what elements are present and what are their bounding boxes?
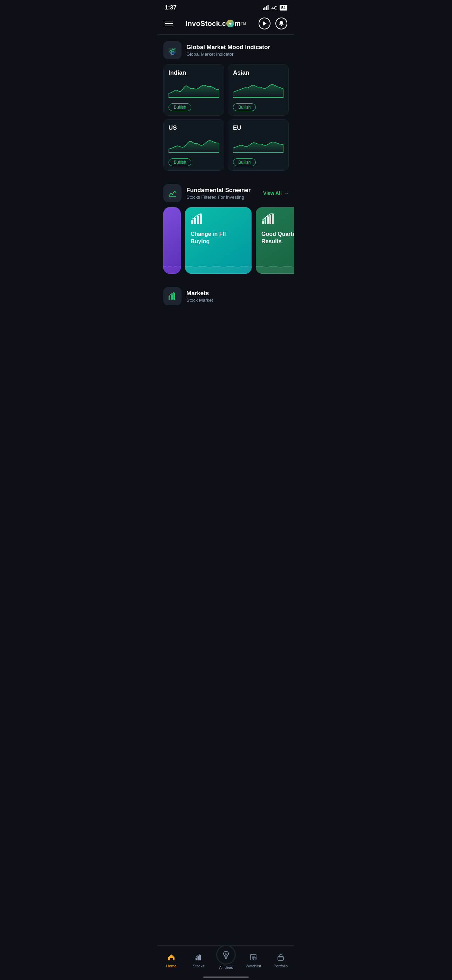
mood-chart-us bbox=[169, 134, 219, 154]
svg-rect-18 bbox=[272, 213, 274, 224]
market-mood-title: Global Market Mood Indicator bbox=[186, 44, 270, 51]
brand-name-suffix: m bbox=[234, 20, 241, 28]
screener-card-fii[interactable]: Change in FII Buying bbox=[185, 207, 251, 274]
view-all-button[interactable]: View All → bbox=[263, 190, 289, 196]
markets-title: Markets bbox=[186, 290, 213, 297]
status-time: 1:37 bbox=[165, 4, 177, 11]
screener-card-quarter-title: Good Quarter Results bbox=[261, 231, 294, 245]
status-bar: 1:37 4G 54 bbox=[158, 0, 294, 14]
svg-rect-12 bbox=[197, 216, 199, 224]
markets-icon bbox=[163, 287, 181, 305]
screener-card-quarter[interactable]: Good Quarter Results bbox=[256, 207, 294, 274]
wave-purple-left bbox=[163, 260, 181, 274]
mood-card-indian[interactable]: Indian Bullish bbox=[163, 64, 224, 116]
screener-header: Fundamental Screener Stocks Filtered For… bbox=[163, 178, 289, 207]
mood-chart-eu bbox=[233, 134, 283, 154]
status-icons: 4G 54 bbox=[263, 5, 287, 11]
play-icon bbox=[262, 21, 267, 26]
screener-card-fii-title: Change in FII Buying bbox=[191, 231, 246, 245]
network-label: 4G bbox=[271, 5, 277, 11]
mood-card-label-asian: Asian bbox=[233, 69, 283, 76]
bell-button[interactable] bbox=[275, 18, 287, 29]
svg-rect-11 bbox=[194, 218, 196, 224]
brand-logo: InvoStock.c m TM bbox=[186, 20, 246, 28]
screener-card-quarter-icon bbox=[261, 213, 294, 227]
menu-button[interactable] bbox=[165, 21, 173, 26]
brand-name-prefix: InvoStock.c bbox=[186, 20, 226, 28]
bell-icon bbox=[279, 21, 284, 26]
markets-section: Markets Stock Market bbox=[163, 281, 289, 310]
mood-card-label-eu: EU bbox=[233, 124, 283, 131]
markets-header: Markets Stock Market bbox=[163, 281, 289, 310]
mood-badge-eu: Bullish bbox=[233, 158, 256, 166]
markets-chart-icon bbox=[167, 291, 177, 301]
svg-rect-15 bbox=[264, 218, 266, 224]
svg-rect-2 bbox=[266, 6, 267, 10]
mood-grid: Indian Bullish Asian bbox=[163, 64, 289, 171]
svg-rect-21 bbox=[173, 293, 175, 300]
svg-rect-0 bbox=[263, 8, 264, 10]
screener-scroll[interactable]: Change in FII Buying bbox=[158, 207, 294, 275]
svg-rect-20 bbox=[171, 294, 173, 300]
svg-rect-10 bbox=[191, 220, 193, 224]
screener-icon bbox=[163, 184, 181, 202]
screener-title: Fundamental Screener bbox=[186, 187, 250, 194]
markets-text: Markets Stock Market bbox=[186, 290, 213, 303]
mood-card-label-us: US bbox=[169, 124, 219, 131]
screener-card-fii-icon bbox=[191, 213, 246, 227]
signal-icon bbox=[263, 5, 269, 10]
main-content: Global Market Mood Indicator Global Mark… bbox=[158, 35, 294, 342]
quarter-wave-chart bbox=[256, 258, 294, 274]
market-mood-text: Global Market Mood Indicator Global Mark… bbox=[186, 44, 270, 57]
markets-subtitle: Stock Market bbox=[186, 298, 213, 303]
svg-rect-14 bbox=[262, 221, 264, 224]
screener-cards: Change in FII Buying bbox=[163, 207, 289, 275]
screener-subtitle: Stocks Filtered For Investing bbox=[186, 194, 250, 200]
mood-chart-asian bbox=[233, 79, 283, 99]
market-mood-icon bbox=[163, 41, 181, 59]
mood-badge-indian: Bullish bbox=[169, 103, 191, 111]
mood-badge-us: Bullish bbox=[169, 158, 191, 166]
mood-card-label-indian: Indian bbox=[169, 69, 219, 76]
mood-badge-asian: Bullish bbox=[233, 103, 256, 111]
svg-rect-3 bbox=[268, 5, 269, 10]
svg-rect-13 bbox=[200, 214, 202, 224]
mood-card-eu[interactable]: EU Bullish bbox=[228, 119, 289, 171]
screener-section: Fundamental Screener Stocks Filtered For… bbox=[163, 178, 289, 275]
brand-bolt-icon bbox=[226, 20, 234, 27]
nav-actions bbox=[259, 18, 287, 29]
mood-card-asian[interactable]: Asian Bullish bbox=[228, 64, 289, 116]
svg-marker-4 bbox=[263, 21, 267, 25]
arrow-right-icon: → bbox=[284, 190, 289, 196]
svg-rect-1 bbox=[264, 7, 266, 10]
svg-rect-16 bbox=[267, 216, 269, 224]
mood-card-us[interactable]: US Bullish bbox=[163, 119, 224, 171]
svg-rect-17 bbox=[269, 215, 271, 224]
screener-chart-icon bbox=[167, 188, 177, 198]
play-button[interactable] bbox=[259, 18, 271, 29]
chart-globe-icon bbox=[167, 45, 177, 55]
view-all-label: View All bbox=[263, 190, 282, 196]
market-mood-subtitle: Global Market Indicator bbox=[186, 51, 270, 57]
screener-card-partial-left[interactable] bbox=[163, 207, 181, 274]
market-mood-header: Global Market Mood Indicator Global Mark… bbox=[163, 35, 289, 64]
svg-rect-19 bbox=[169, 296, 170, 300]
battery-label: 54 bbox=[280, 5, 287, 11]
mood-chart-indian bbox=[169, 79, 219, 99]
screener-text: Fundamental Screener Stocks Filtered For… bbox=[186, 187, 250, 200]
brand-tm: TM bbox=[241, 22, 246, 25]
top-nav: InvoStock.c m TM bbox=[158, 14, 294, 35]
fii-wave-chart bbox=[185, 258, 251, 274]
